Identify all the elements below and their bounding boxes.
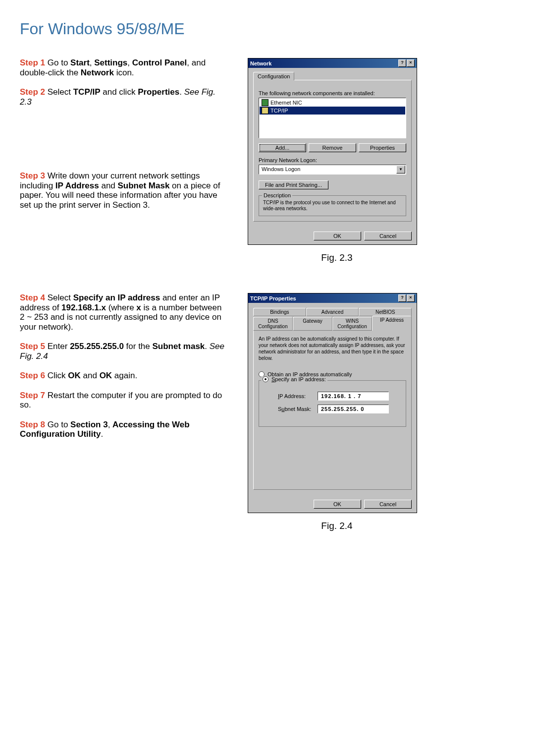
components-list[interactable]: Ethernet NIC TCP/IP (259, 98, 406, 138)
logon-label: Primary Network Logon: (259, 157, 406, 163)
list-item[interactable]: TCP/IP (260, 107, 405, 115)
tab-advanced[interactable]: Advanced (306, 308, 359, 316)
subnet-mask-input[interactable]: 255.255.255. 0 (318, 405, 389, 413)
tcpip-dialog: TCP/IP Properties ? × Bindings Advanced … (248, 293, 417, 513)
close-button[interactable]: × (407, 59, 415, 67)
section-top: Step 1 Go to Start, Settings, Control Pa… (20, 58, 515, 263)
b: OK (68, 371, 81, 380)
t: for the (124, 342, 153, 351)
page-title: For Windows 95/98/ME (20, 20, 515, 38)
components-label: The following network components are ins… (259, 90, 406, 96)
b: 255.255.255.0 (70, 342, 124, 351)
ip-blurb: An IP address can be automatically assig… (259, 336, 406, 361)
close-button[interactable]: × (407, 294, 415, 302)
tab-gateway[interactable]: Gateway (293, 317, 332, 331)
logon-dropdown[interactable]: Windows Logon ▼ (259, 165, 406, 174)
b: Subnet Mask (118, 181, 170, 190)
t: Click (45, 371, 68, 380)
add-button[interactable]: Add... (259, 143, 306, 152)
ip-address-input[interactable]: 192.168. 1 . 7 (318, 392, 389, 401)
b: OK (100, 371, 112, 380)
step-1: Step 1 Go to Start, Settings, Control Pa… (20, 58, 228, 77)
t: Enter (45, 342, 70, 351)
step-4: Step 4 Select Specify an IP address and … (20, 293, 228, 332)
step-2: Step 2 Select TCP/IP and click Propertie… (20, 87, 228, 107)
remove-button[interactable]: Remove (309, 143, 356, 152)
step-5-label: Step 5 (20, 342, 45, 351)
step-6-label: Step 6 (20, 371, 45, 380)
b: TCP/IP (73, 87, 101, 97)
radio-specify-label: Specify an IP address: (271, 376, 326, 382)
tab-wins[interactable]: WINS Configuration (332, 317, 372, 331)
help-button[interactable]: ? (398, 59, 406, 67)
t: Go to (45, 420, 70, 429)
left-column-2: Step 4 Select Specify an IP address and … (20, 293, 228, 531)
nic-icon (262, 99, 268, 106)
step-1-label: Step 1 (20, 58, 45, 67)
cancel-button[interactable]: Cancel (364, 232, 412, 240)
ok-button[interactable]: OK (314, 500, 361, 509)
properties-button[interactable]: Properties (359, 143, 406, 152)
radio-specify[interactable]: Specify an IP address: (261, 376, 327, 382)
step-6: Step 6 Click OK and OK again. (20, 371, 228, 381)
step-7-label: Step 7 (20, 391, 45, 400)
file-print-sharing-button[interactable]: File and Print Sharing... (259, 180, 328, 189)
ok-button[interactable]: OK (314, 232, 361, 240)
b: x (136, 303, 141, 312)
step-3: Step 3 Write down your current network s… (20, 171, 228, 210)
step-5: Step 5 Enter 255.255.255.0 for the Subne… (20, 342, 228, 361)
b: Subnet mask (152, 342, 205, 351)
list-item-label: TCP/IP (270, 108, 288, 114)
b: 192.168.1.x (61, 303, 106, 312)
t: . (101, 429, 103, 439)
t: Go to (45, 58, 70, 67)
t: Select (45, 87, 73, 97)
b: Specify an IP address (73, 293, 160, 302)
b: Properties (138, 87, 179, 97)
ip-address-label: IP Address: (278, 393, 313, 399)
tcpip-titlebar: TCP/IP Properties ? × (248, 293, 417, 303)
t: (where (106, 303, 136, 312)
tab-bindings[interactable]: Bindings (253, 308, 306, 316)
t: . (179, 87, 184, 97)
dropdown-arrow-icon[interactable]: ▼ (396, 166, 405, 174)
tcpip-title: TCP/IP Properties (250, 295, 296, 301)
t: Select (45, 293, 73, 302)
tab-ipaddress[interactable]: IP Address (372, 316, 412, 331)
t: and (99, 181, 118, 190)
description-text: TCP/IP is the protocol you use to connec… (263, 200, 402, 212)
cancel-button[interactable]: Cancel (364, 500, 412, 509)
list-item[interactable]: Ethernet NIC (260, 99, 405, 107)
t: , (90, 58, 94, 67)
t: and (81, 371, 100, 380)
step-3-label: Step 3 (20, 171, 45, 180)
help-button[interactable]: ? (398, 294, 406, 302)
t: Restart the computer if you are prompted… (20, 391, 222, 410)
tab-dns[interactable]: DNS Configuration (253, 317, 293, 331)
b: Settings (94, 58, 127, 67)
step-8-label: Step 8 (20, 420, 45, 429)
t: , (108, 420, 112, 429)
t: , (127, 58, 132, 67)
logon-value: Windows Logon (260, 166, 396, 174)
ip-address-row: IP Address: 192.168. 1 . 7 (278, 392, 402, 401)
tab-configuration[interactable]: Configuration (253, 72, 294, 80)
network-title: Network (250, 60, 271, 66)
list-item-label: Ethernet NIC (270, 100, 302, 106)
radio-icon (263, 376, 268, 382)
fig-2-4-caption: Fig. 2.4 (248, 521, 426, 531)
section-bottom: Step 4 Select Specify an IP address and … (20, 293, 515, 531)
t: icon. (114, 68, 134, 77)
b: Control Panel (132, 58, 187, 67)
subnet-mask-label: Subnet Mask: (278, 406, 313, 412)
tab-netbios[interactable]: NetBIOS (359, 308, 412, 316)
b: Section 3 (70, 420, 108, 429)
step-2-label: Step 2 (20, 87, 45, 97)
description-group: Description TCP/IP is the protocol you u… (259, 195, 406, 216)
t: and click (101, 87, 138, 97)
b: IP Address (55, 181, 99, 190)
subnet-mask-row: Subnet Mask: 255.255.255. 0 (278, 405, 402, 413)
b: Start (70, 58, 90, 67)
right-column-1: Network ? × Configuration The following … (248, 58, 426, 263)
step-4-label: Step 4 (20, 293, 45, 302)
